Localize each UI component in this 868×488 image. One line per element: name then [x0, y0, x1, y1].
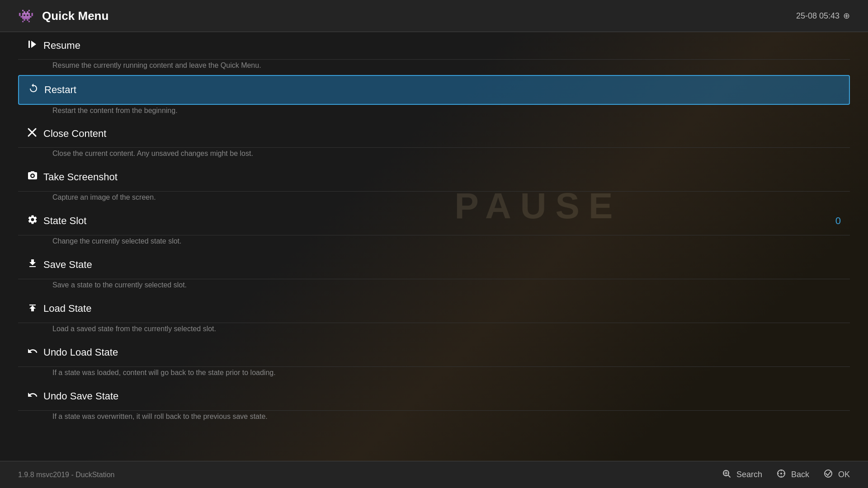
screenshot-icon: [27, 170, 43, 184]
undo-save-description: If a state was overwritten, it will roll…: [18, 411, 850, 426]
close-content-label: Close Content: [43, 128, 841, 140]
save-state-description: Save a state to the currently selected s…: [18, 279, 850, 295]
menu-item-undo-load[interactable]: Undo Load State: [18, 338, 850, 367]
menu-list: Resume Resume the currently running cont…: [0, 32, 868, 461]
app-icon: 👾: [18, 9, 34, 23]
header: 👾 Quick Menu 25-08 05:43 ⊕: [0, 0, 868, 32]
menu-item-screenshot[interactable]: Take Screenshot: [18, 163, 850, 192]
menu-item-close-content[interactable]: Close Content: [18, 120, 850, 148]
restart-label: Restart: [44, 84, 840, 96]
datetime-text: 25-08 05:43: [796, 11, 840, 21]
screenshot-description: Capture an image of the screen.: [18, 192, 850, 207]
header-left: 👾 Quick Menu: [18, 9, 108, 23]
restart-description: Restart the content from the beginning.: [18, 105, 850, 120]
close-content-description: Close the current content. Any unsaved c…: [18, 148, 850, 163]
save-state-label: Save State: [43, 259, 841, 271]
page-title: Quick Menu: [42, 9, 108, 23]
svg-point-6: [725, 472, 727, 474]
menu-item-restart[interactable]: Restart: [18, 75, 850, 105]
menu-item-undo-save[interactable]: Undo Save State: [18, 382, 850, 411]
header-datetime: 25-08 05:43 ⊕: [796, 11, 850, 21]
footer: 1.9.8 msvc2019 - DuckStation Search: [0, 461, 868, 488]
svg-point-4: [32, 175, 34, 177]
menu-item-state-slot[interactable]: State Slot 0: [18, 207, 850, 235]
menu-item-save-state[interactable]: Save State: [18, 251, 850, 279]
ok-button-icon: [823, 468, 834, 481]
screenshot-label: Take Screenshot: [43, 171, 841, 183]
ok-label: OK: [838, 470, 850, 479]
back-button[interactable]: Back: [776, 468, 809, 481]
resume-label: Resume: [43, 40, 841, 52]
clock-icon: ⊕: [843, 11, 850, 21]
footer-controls: Search Back: [721, 468, 850, 481]
ok-button[interactable]: OK: [823, 468, 850, 481]
resume-icon: [27, 39, 43, 52]
back-label: Back: [791, 470, 809, 479]
search-button-icon: [721, 468, 732, 481]
menu-item-load-state[interactable]: Load State: [18, 295, 850, 323]
menu-item-resume[interactable]: Resume: [18, 32, 850, 60]
search-button[interactable]: Search: [721, 468, 762, 481]
svg-rect-0: [28, 41, 30, 48]
back-button-icon: [776, 468, 787, 481]
load-state-icon: [27, 302, 43, 315]
save-state-icon: [27, 258, 43, 272]
svg-marker-1: [31, 41, 36, 48]
svg-point-12: [780, 473, 782, 474]
close-content-icon: [27, 127, 43, 140]
state-slot-description: Change the currently selected state slot…: [18, 235, 850, 251]
undo-save-icon: [27, 389, 43, 403]
state-slot-value: 0: [835, 215, 841, 227]
undo-save-label: Undo Save State: [43, 390, 841, 402]
resume-description: Resume the currently running content and…: [18, 60, 850, 75]
load-state-description: Load a saved state from the currently se…: [18, 323, 850, 338]
restart-icon: [28, 83, 44, 97]
state-slot-icon: [27, 214, 43, 228]
version-text: 1.9.8 msvc2019 - DuckStation: [18, 471, 114, 479]
search-label: Search: [736, 470, 762, 479]
undo-load-icon: [27, 346, 43, 359]
undo-load-label: Undo Load State: [43, 347, 841, 358]
undo-load-description: If a state was loaded, content will go b…: [18, 367, 850, 382]
load-state-label: Load State: [43, 303, 841, 314]
svg-line-19: [828, 472, 830, 475]
state-slot-label: State Slot: [43, 215, 835, 227]
